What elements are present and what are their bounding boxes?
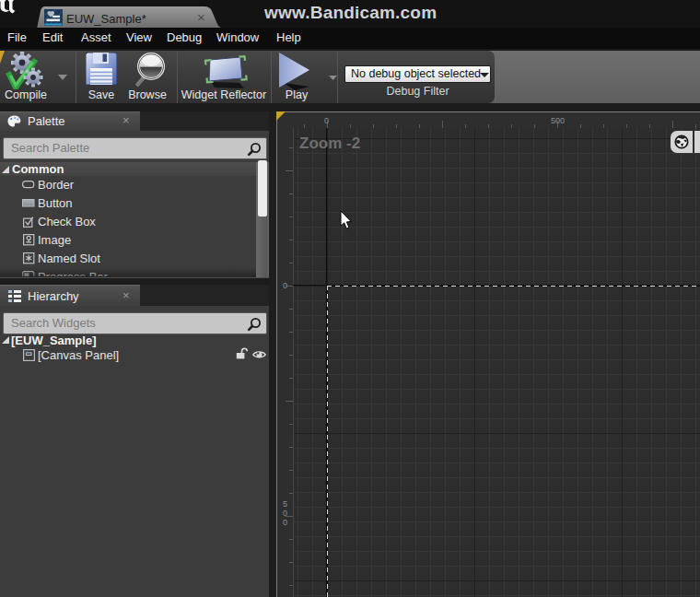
svg-text:500: 500	[551, 116, 565, 125]
svg-text:0: 0	[283, 509, 287, 518]
svg-text:0: 0	[283, 281, 287, 290]
svg-text:5: 5	[283, 499, 287, 509]
svg-text:0: 0	[324, 116, 329, 125]
svg-text:0: 0	[283, 518, 287, 527]
